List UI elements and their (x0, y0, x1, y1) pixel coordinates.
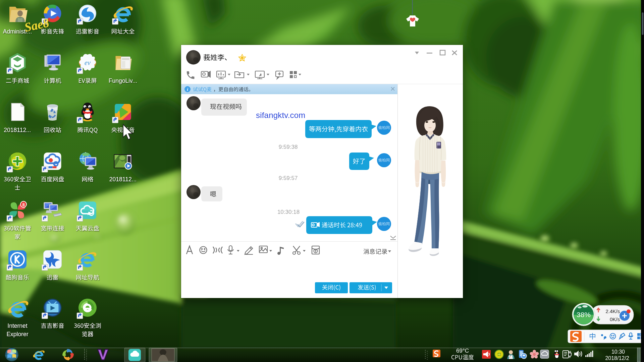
svg-text:2.4K/s: 2.4K/s (605, 308, 620, 314)
svg-text:38%: 38% (577, 311, 591, 318)
svg-text:0K/s: 0K/s (610, 316, 620, 322)
svg-text:69°C: 69°C (456, 348, 469, 354)
